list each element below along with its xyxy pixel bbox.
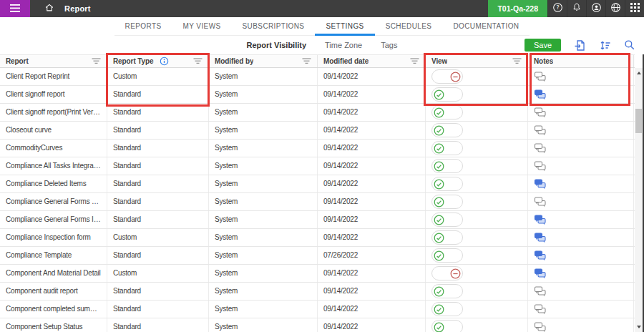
notes-icon[interactable]: [534, 179, 547, 190]
search-icon[interactable]: [624, 39, 635, 51]
vertical-scrollbar[interactable]: [635, 68, 643, 332]
modified-date-cell: 09/14/2022: [318, 193, 426, 210]
scrollbar-thumb[interactable]: [635, 109, 642, 133]
modified-by-cell: System: [209, 211, 318, 228]
scroll-down-arrow[interactable]: [637, 326, 641, 328]
modified-by-cell: System: [209, 122, 318, 139]
notes-icon[interactable]: [534, 286, 547, 297]
tab-schedules[interactable]: SCHEDULES: [375, 17, 443, 35]
view-toggle[interactable]: [431, 213, 463, 227]
help-button[interactable]: ?: [547, 0, 567, 17]
view-toggle[interactable]: [431, 230, 463, 245]
report-type-cell: Standard: [107, 247, 209, 264]
table-row: Client Report ReprintCustomSystem09/14/2…: [0, 68, 635, 86]
report-name-cell: Client signoff report: [0, 86, 107, 103]
report-type-cell: Custom: [107, 229, 209, 246]
column-header-report-type[interactable]: Report Type: [107, 55, 209, 67]
column-label: Notes: [534, 57, 553, 65]
report-name-cell: Client Report Reprint: [0, 68, 107, 85]
subtab-time-zone[interactable]: Time Zone: [325, 41, 362, 49]
notes-cell: [528, 193, 634, 210]
view-toggle[interactable]: [431, 87, 463, 102]
user-account-button[interactable]: [586, 0, 605, 17]
notes-icon[interactable]: [534, 233, 547, 243]
filter-icon[interactable]: [302, 58, 311, 64]
view-toggle[interactable]: [431, 105, 463, 119]
notes-icon[interactable]: [534, 89, 547, 100]
report-visibility-grid: ReportReport TypeModified byModified dat…: [0, 54, 635, 332]
filter-icon[interactable]: [193, 58, 203, 64]
home-button[interactable]: [39, 0, 60, 17]
tab-my-views[interactable]: MY VIEWS: [172, 17, 232, 35]
modified-by-cell: System: [209, 283, 318, 300]
column-header-report[interactable]: Report: [0, 55, 107, 67]
hamburger-menu-button[interactable]: [0, 0, 30, 17]
notes-icon[interactable]: [534, 215, 547, 225]
notes-cell: [528, 140, 634, 157]
notes-icon[interactable]: [534, 161, 547, 172]
view-toggle[interactable]: [431, 159, 463, 173]
column-header-modified-date[interactable]: Modified date: [318, 55, 426, 67]
filter-icon[interactable]: [92, 58, 101, 64]
notes-cell: [528, 104, 634, 121]
report-name-cell: Compliance Deleted Items: [0, 175, 107, 192]
view-toggle[interactable]: [431, 302, 463, 316]
report-type-cell: Custom: [107, 265, 209, 282]
subtab-tags[interactable]: Tags: [381, 41, 397, 49]
report-name-cell: Component completed summary: [0, 301, 107, 318]
notes-icon[interactable]: [534, 322, 547, 332]
view-toggle[interactable]: [431, 284, 463, 298]
report-name-cell: Closeout curve: [0, 122, 107, 139]
notes-icon[interactable]: [534, 72, 547, 82]
view-toggle[interactable]: [431, 320, 463, 332]
notes-cell: [528, 265, 634, 282]
view-toggle[interactable]: [431, 195, 463, 209]
column-sort-icon[interactable]: [599, 39, 611, 52]
modified-date-cell: 09/14/2022: [318, 86, 426, 103]
view-toggle[interactable]: [431, 141, 463, 155]
filter-icon[interactable]: [410, 58, 419, 64]
view-cell: [426, 86, 528, 103]
modified-date-cell: 09/14/2022: [318, 301, 426, 318]
notes-icon[interactable]: [534, 107, 547, 118]
view-toggle[interactable]: [431, 266, 463, 280]
export-icon[interactable]: [574, 39, 586, 52]
view-cell: [426, 247, 528, 264]
filter-icon[interactable]: [512, 58, 522, 64]
report-type-cell: Standard: [107, 211, 209, 228]
apps-menu-button[interactable]: [625, 0, 644, 17]
subtab-report-visibility[interactable]: Report Visibility: [247, 41, 307, 49]
info-icon[interactable]: [160, 57, 169, 66]
column-header-modified-by[interactable]: Modified by: [209, 55, 318, 67]
tab-documentation[interactable]: DOCUMENTATION: [442, 17, 530, 35]
tab-reports[interactable]: REPORTS: [114, 17, 172, 35]
apps-grid-icon: [630, 2, 640, 15]
table-row: CommodityCurvesStandardSystem09/14/2022: [0, 140, 635, 157]
column-header-view[interactable]: View: [426, 55, 528, 67]
tab-settings[interactable]: SETTINGS: [315, 17, 374, 35]
column-label: Modified date: [323, 57, 369, 65]
notes-icon[interactable]: [534, 268, 547, 279]
view-cell: [426, 229, 528, 246]
notes-icon[interactable]: [534, 143, 547, 154]
notes-icon[interactable]: [534, 197, 547, 208]
view-toggle[interactable]: [431, 69, 463, 84]
column-header-notes[interactable]: Notes: [528, 55, 634, 67]
report-type-cell: Standard: [107, 175, 209, 192]
scroll-up-arrow[interactable]: [637, 72, 641, 74]
view-cell: [426, 157, 528, 175]
report-name-cell: Compliance General Forms Integration: [0, 211, 107, 228]
view-toggle[interactable]: [431, 248, 463, 263]
notes-icon[interactable]: [534, 125, 547, 136]
table-row: Compliance Inspection formCustomSystem09…: [0, 229, 635, 247]
globe-button[interactable]: [605, 0, 625, 17]
tab-subscriptions[interactable]: SUBSCRIPTIONS: [232, 17, 316, 35]
save-button[interactable]: Save: [525, 39, 561, 52]
notes-icon[interactable]: [534, 250, 547, 261]
page-title: Report: [64, 0, 91, 17]
view-toggle[interactable]: [431, 177, 463, 191]
view-toggle[interactable]: [431, 123, 463, 137]
notes-icon[interactable]: [534, 304, 547, 315]
notifications-button[interactable]: [567, 0, 586, 17]
modified-by-cell: System: [209, 157, 318, 175]
